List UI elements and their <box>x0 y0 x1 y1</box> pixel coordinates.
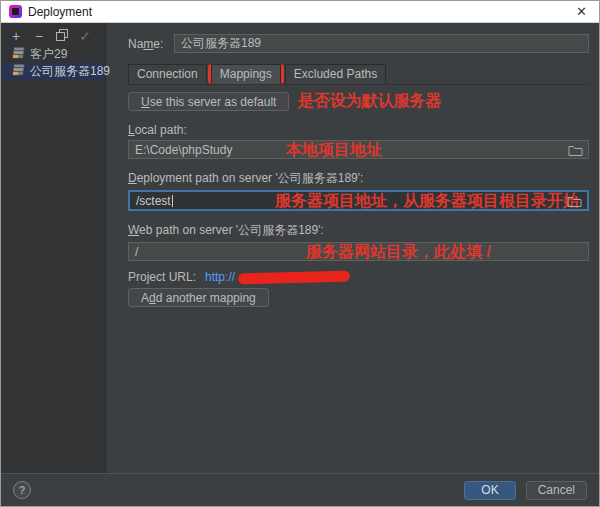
close-icon[interactable]: ✕ <box>572 3 591 20</box>
browse-local-path-folder-icon[interactable] <box>568 144 583 156</box>
web-path-input[interactable]: / 服务器网站目录，此处填 / <box>128 242 589 261</box>
mnemonic-underline: D <box>128 171 137 185</box>
ok-button[interactable]: OK <box>464 481 515 500</box>
tab-mappings[interactable]: Mappings <box>211 64 281 84</box>
title-bar: Deployment ✕ <box>1 1 599 23</box>
mnemonic-underline: L <box>128 123 135 137</box>
deployment-path-value: /sctest <box>136 194 171 208</box>
local-path-input[interactable]: E:\Code\phpStudy 本地项目地址 <box>128 140 589 159</box>
mnemonic-underline: U <box>141 95 150 109</box>
project-url-link[interactable]: http:// <box>205 270 235 284</box>
cancel-button[interactable]: Cancel <box>526 481 587 500</box>
remove-server-icon[interactable]: − <box>32 30 46 42</box>
browse-deployment-path-folder-icon[interactable] <box>567 195 582 207</box>
default-server-annotation: 是否设为默认服务器 <box>297 91 441 112</box>
server-list-item-selected[interactable]: 公司服务器189 <box>1 63 105 80</box>
server-list-sidebar: + − ✓ <box>1 23 106 473</box>
mnemonic-underline: m <box>143 37 153 51</box>
add-another-mapping-button[interactable]: Add another mapping <box>128 288 269 307</box>
server-icon <box>12 64 25 79</box>
web-path-label: Web path on server '公司服务器189': <box>128 222 589 239</box>
sidebar-toolbar: + − ✓ <box>1 23 105 46</box>
server-list-item-label: 客户29 <box>30 46 67 63</box>
tab-bar: Connection Mappings Excluded Paths <box>128 64 589 85</box>
web-path-value: / <box>135 245 138 259</box>
local-path-annotation: 本地项目地址 <box>286 139 382 160</box>
server-icon <box>12 47 25 62</box>
mappings-tab-annotation-box: Mappings <box>208 64 284 84</box>
copy-server-icon[interactable] <box>55 29 69 42</box>
window-title: Deployment <box>28 5 92 19</box>
tab-excluded-paths[interactable]: Excluded Paths <box>285 64 386 84</box>
tab-connection[interactable]: Connection <box>128 64 207 84</box>
deployment-path-input[interactable]: /sctest 服务器项目地址，从服务器项目根目录开始 <box>128 190 589 211</box>
check-connection-icon[interactable]: ✓ <box>78 30 92 42</box>
text-caret <box>172 195 173 207</box>
web-path-annotation: 服务器网站目录，此处填 / <box>306 241 491 262</box>
name-value: 公司服务器189 <box>181 35 261 52</box>
app-icon <box>9 5 22 18</box>
deployment-path-label: Deployment path on server '公司服务器189': <box>128 170 589 187</box>
local-path-value: E:\Code\phpStudy <box>135 143 232 157</box>
server-list-item[interactable]: 客户29 <box>1 46 105 63</box>
project-url-label: Project URL: <box>128 270 196 284</box>
mnemonic-underline: d <box>149 291 156 305</box>
local-path-label: Local path: <box>128 123 589 137</box>
use-server-as-default-button[interactable]: Use this server as default <box>128 92 289 111</box>
name-input[interactable]: 公司服务器189 <box>174 34 589 53</box>
help-icon[interactable]: ? <box>13 481 31 499</box>
dialog-footer: ? OK Cancel <box>1 473 599 506</box>
add-server-icon[interactable]: + <box>9 30 23 42</box>
server-list-item-label: 公司服务器189 <box>30 63 110 80</box>
redaction-scribble <box>238 270 350 284</box>
name-label: Name: <box>128 37 172 51</box>
mappings-panel: Name: 公司服务器189 Connection Mappings Exclu… <box>106 23 599 473</box>
deployment-dialog: Deployment ✕ + − ✓ <box>0 0 600 507</box>
deployment-path-annotation: 服务器项目地址，从服务器项目根目录开始 <box>275 190 579 211</box>
mnemonic-underline: W <box>128 223 139 237</box>
